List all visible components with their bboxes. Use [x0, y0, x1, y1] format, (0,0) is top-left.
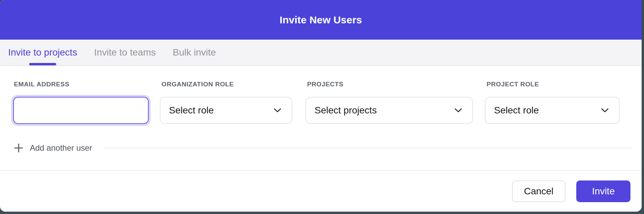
tab-invite-to-teams[interactable]: Invite to teams	[94, 40, 156, 65]
email-input[interactable]	[13, 97, 149, 124]
add-user-row: Add another user	[14, 138, 631, 157]
organization-role-select[interactable]: Select role	[160, 97, 292, 124]
tab-invite-to-projects[interactable]: Invite to projects	[8, 40, 77, 65]
tab-bar: Invite to projects Invite to teams Bulk …	[0, 40, 642, 66]
invite-button[interactable]: Invite	[576, 180, 630, 202]
row-divider	[104, 148, 631, 148]
dialog-footer: Cancel Invite	[0, 170, 642, 212]
organization-role-label: ORGANIZATION ROLE	[160, 81, 292, 88]
select-value: Select role	[494, 105, 539, 116]
page-backdrop: Invite New Users Invite to projects Invi…	[0, 0, 644, 214]
tab-label: Bulk invite	[173, 47, 216, 58]
invite-form: EMAIL ADDRESS ORGANIZATION ROLE Select r…	[0, 67, 642, 170]
email-address-label: EMAIL ADDRESS	[12, 81, 150, 88]
project-role-select[interactable]: Select role	[485, 97, 620, 124]
select-value: Select role	[169, 105, 214, 116]
plus-icon	[14, 143, 24, 153]
add-another-user-button[interactable]: Add another user	[14, 143, 92, 153]
chevron-down-icon	[601, 108, 609, 113]
dialog-title: Invite New Users	[280, 14, 362, 26]
organization-role-group: ORGANIZATION ROLE Select role	[160, 81, 292, 124]
select-value: Select projects	[315, 105, 377, 116]
add-another-user-label: Add another user	[30, 143, 92, 153]
invite-dialog: Invite New Users Invite to projects Invi…	[0, 0, 642, 212]
chevron-down-icon	[274, 108, 281, 113]
email-field-group: EMAIL ADDRESS	[12, 81, 150, 124]
dialog-header: Invite New Users	[0, 0, 642, 40]
tab-bulk-invite[interactable]: Bulk invite	[173, 40, 216, 65]
projects-group: PROJECTS Select projects	[305, 81, 473, 124]
chevron-down-icon	[454, 108, 462, 113]
projects-label: PROJECTS	[305, 81, 473, 88]
project-role-group: PROJECT ROLE Select role	[485, 81, 620, 124]
tab-label: Invite to teams	[94, 47, 156, 58]
projects-select[interactable]: Select projects	[305, 97, 473, 124]
active-tab-indicator	[29, 63, 56, 65]
cancel-button[interactable]: Cancel	[512, 180, 565, 202]
project-role-label: PROJECT ROLE	[485, 81, 620, 88]
tab-label: Invite to projects	[8, 47, 77, 58]
